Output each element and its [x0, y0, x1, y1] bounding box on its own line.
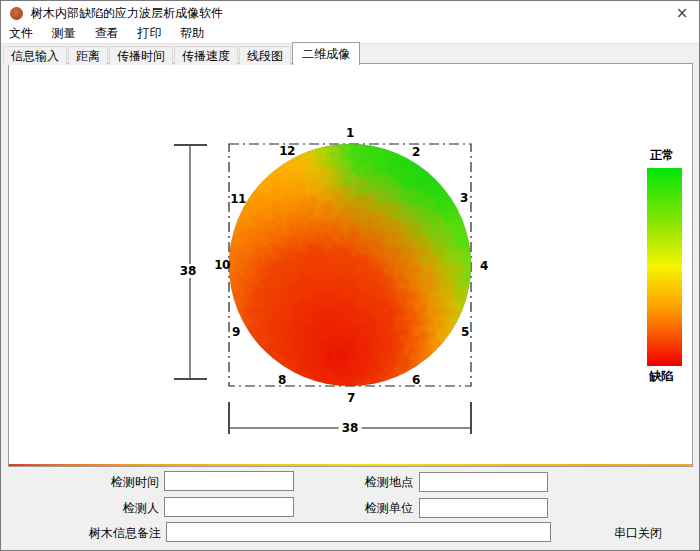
detect-time-label: 检测时间	[61, 472, 159, 492]
close-icon[interactable]: ×	[665, 1, 699, 25]
tab-propagation-time[interactable]: 传播时间	[109, 46, 173, 65]
sensor-label-5: 5	[461, 325, 469, 339]
window-title: 树木内部缺陷的应力波层析成像软件	[31, 1, 223, 25]
menu-measure[interactable]: 测量	[45, 25, 83, 42]
tree-notes-label: 树木信息备注	[61, 523, 161, 543]
detect-time-input[interactable]	[164, 471, 294, 491]
heat-gradient-strip	[9, 464, 692, 466]
sensor-label-2: 2	[412, 145, 420, 159]
vertical-dimension-top-cap	[174, 144, 207, 146]
tab-propagation-speed[interactable]: 传播速度	[174, 46, 238, 65]
vertical-dimension-bottom-cap	[174, 378, 207, 380]
sensor-label-7: 7	[347, 391, 355, 405]
horizontal-dimension-left-tick	[228, 402, 230, 434]
horizontal-dimension-right-tick	[470, 402, 472, 434]
app-icon	[10, 7, 23, 20]
tab-info-input[interactable]: 信息输入	[3, 46, 67, 65]
tree-notes-input[interactable]	[166, 522, 551, 542]
legend-normal-label: 正常	[650, 147, 674, 164]
tab-2d-imaging[interactable]: 二维成像	[292, 42, 360, 65]
tab-bar: 信息输入 距离 传播时间 传播速度 线段图 二维成像	[3, 43, 361, 65]
tomogram-image	[228, 143, 472, 387]
sensor-label-12: 12	[279, 144, 295, 158]
detect-unit-label: 检测单位	[341, 498, 413, 518]
sensor-label-6: 6	[412, 373, 420, 387]
horizontal-dimension-label: 38	[339, 421, 362, 435]
sensor-label-1: 1	[346, 126, 354, 140]
detect-location-label: 检测地点	[341, 472, 413, 492]
legend-colorbar	[647, 168, 682, 366]
detect-location-input[interactable]	[419, 472, 548, 492]
serial-port-status: 串口关闭	[614, 525, 662, 542]
menu-help[interactable]: 帮助	[173, 25, 211, 42]
menu-file[interactable]: 文件	[2, 25, 40, 42]
menu-view[interactable]: 查看	[88, 25, 126, 42]
sensor-label-11: 11	[230, 192, 246, 206]
inspector-input[interactable]	[164, 497, 294, 517]
title-bar: 树木内部缺陷的应力波层析成像软件 ×	[1, 1, 699, 25]
sensor-label-9: 9	[232, 325, 240, 339]
tab-distance[interactable]: 距离	[68, 46, 108, 65]
detect-unit-input[interactable]	[419, 498, 548, 518]
vertical-dimension-line	[189, 145, 191, 379]
vertical-dimension-label: 38	[177, 264, 200, 278]
inspector-label: 检测人	[61, 498, 159, 518]
sensor-label-10: 10	[214, 258, 230, 272]
sensor-label-3: 3	[460, 191, 468, 205]
tab-line-graph[interactable]: 线段图	[239, 46, 291, 65]
app-window: 树木内部缺陷的应力波层析成像软件 × 文件 测量 查看 打印 帮助 信息输入 距…	[0, 0, 700, 551]
menu-print[interactable]: 打印	[130, 25, 168, 42]
legend-defect-label: 缺陷	[649, 368, 673, 385]
sensor-label-4: 4	[480, 259, 488, 273]
sensor-label-8: 8	[278, 373, 286, 387]
